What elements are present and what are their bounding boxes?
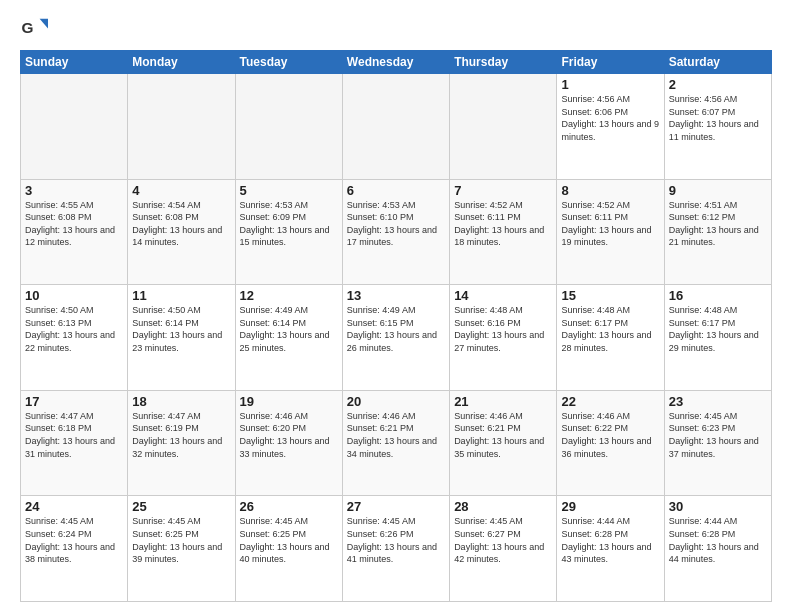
calendar-cell: 8Sunrise: 4:52 AM Sunset: 6:11 PM Daylig…	[557, 179, 664, 285]
day-number: 3	[25, 183, 123, 198]
day-info: Sunrise: 4:45 AM Sunset: 6:23 PM Dayligh…	[669, 410, 767, 460]
day-info: Sunrise: 4:46 AM Sunset: 6:21 PM Dayligh…	[347, 410, 445, 460]
day-number: 10	[25, 288, 123, 303]
day-number: 9	[669, 183, 767, 198]
calendar-cell: 2Sunrise: 4:56 AM Sunset: 6:07 PM Daylig…	[664, 74, 771, 180]
calendar-cell: 28Sunrise: 4:45 AM Sunset: 6:27 PM Dayli…	[450, 496, 557, 602]
day-number: 24	[25, 499, 123, 514]
day-number: 1	[561, 77, 659, 92]
day-info: Sunrise: 4:45 AM Sunset: 6:27 PM Dayligh…	[454, 515, 552, 565]
calendar-week-row: 10Sunrise: 4:50 AM Sunset: 6:13 PM Dayli…	[21, 285, 772, 391]
calendar-cell	[342, 74, 449, 180]
page: G SundayMondayTuesdayWednesdayThursdayFr…	[0, 0, 792, 612]
calendar-cell: 18Sunrise: 4:47 AM Sunset: 6:19 PM Dayli…	[128, 390, 235, 496]
calendar-week-row: 17Sunrise: 4:47 AM Sunset: 6:18 PM Dayli…	[21, 390, 772, 496]
calendar-cell	[235, 74, 342, 180]
calendar-cell: 6Sunrise: 4:53 AM Sunset: 6:10 PM Daylig…	[342, 179, 449, 285]
day-info: Sunrise: 4:54 AM Sunset: 6:08 PM Dayligh…	[132, 199, 230, 249]
calendar-header-row: SundayMondayTuesdayWednesdayThursdayFrid…	[21, 51, 772, 74]
col-header-wednesday: Wednesday	[342, 51, 449, 74]
calendar-cell: 22Sunrise: 4:46 AM Sunset: 6:22 PM Dayli…	[557, 390, 664, 496]
day-number: 2	[669, 77, 767, 92]
calendar-cell: 29Sunrise: 4:44 AM Sunset: 6:28 PM Dayli…	[557, 496, 664, 602]
day-info: Sunrise: 4:53 AM Sunset: 6:09 PM Dayligh…	[240, 199, 338, 249]
day-number: 22	[561, 394, 659, 409]
day-info: Sunrise: 4:45 AM Sunset: 6:24 PM Dayligh…	[25, 515, 123, 565]
day-number: 17	[25, 394, 123, 409]
calendar-week-row: 24Sunrise: 4:45 AM Sunset: 6:24 PM Dayli…	[21, 496, 772, 602]
calendar-cell: 17Sunrise: 4:47 AM Sunset: 6:18 PM Dayli…	[21, 390, 128, 496]
col-header-tuesday: Tuesday	[235, 51, 342, 74]
header: G	[20, 16, 772, 44]
day-number: 8	[561, 183, 659, 198]
day-number: 11	[132, 288, 230, 303]
day-number: 5	[240, 183, 338, 198]
day-info: Sunrise: 4:55 AM Sunset: 6:08 PM Dayligh…	[25, 199, 123, 249]
day-info: Sunrise: 4:45 AM Sunset: 6:25 PM Dayligh…	[240, 515, 338, 565]
day-info: Sunrise: 4:56 AM Sunset: 6:07 PM Dayligh…	[669, 93, 767, 143]
day-info: Sunrise: 4:56 AM Sunset: 6:06 PM Dayligh…	[561, 93, 659, 143]
day-number: 28	[454, 499, 552, 514]
calendar-cell: 30Sunrise: 4:44 AM Sunset: 6:28 PM Dayli…	[664, 496, 771, 602]
day-info: Sunrise: 4:44 AM Sunset: 6:28 PM Dayligh…	[669, 515, 767, 565]
day-number: 26	[240, 499, 338, 514]
day-number: 19	[240, 394, 338, 409]
day-info: Sunrise: 4:48 AM Sunset: 6:16 PM Dayligh…	[454, 304, 552, 354]
day-number: 20	[347, 394, 445, 409]
calendar-week-row: 1Sunrise: 4:56 AM Sunset: 6:06 PM Daylig…	[21, 74, 772, 180]
day-info: Sunrise: 4:45 AM Sunset: 6:26 PM Dayligh…	[347, 515, 445, 565]
day-info: Sunrise: 4:52 AM Sunset: 6:11 PM Dayligh…	[454, 199, 552, 249]
day-info: Sunrise: 4:51 AM Sunset: 6:12 PM Dayligh…	[669, 199, 767, 249]
day-number: 14	[454, 288, 552, 303]
day-info: Sunrise: 4:50 AM Sunset: 6:14 PM Dayligh…	[132, 304, 230, 354]
day-info: Sunrise: 4:48 AM Sunset: 6:17 PM Dayligh…	[669, 304, 767, 354]
col-header-monday: Monday	[128, 51, 235, 74]
day-number: 21	[454, 394, 552, 409]
day-number: 23	[669, 394, 767, 409]
col-header-thursday: Thursday	[450, 51, 557, 74]
calendar-cell: 13Sunrise: 4:49 AM Sunset: 6:15 PM Dayli…	[342, 285, 449, 391]
day-info: Sunrise: 4:53 AM Sunset: 6:10 PM Dayligh…	[347, 199, 445, 249]
logo: G	[20, 16, 52, 44]
col-header-friday: Friday	[557, 51, 664, 74]
calendar-cell: 16Sunrise: 4:48 AM Sunset: 6:17 PM Dayli…	[664, 285, 771, 391]
calendar-cell: 5Sunrise: 4:53 AM Sunset: 6:09 PM Daylig…	[235, 179, 342, 285]
day-info: Sunrise: 4:45 AM Sunset: 6:25 PM Dayligh…	[132, 515, 230, 565]
day-info: Sunrise: 4:47 AM Sunset: 6:18 PM Dayligh…	[25, 410, 123, 460]
calendar-cell: 27Sunrise: 4:45 AM Sunset: 6:26 PM Dayli…	[342, 496, 449, 602]
day-info: Sunrise: 4:47 AM Sunset: 6:19 PM Dayligh…	[132, 410, 230, 460]
day-info: Sunrise: 4:46 AM Sunset: 6:21 PM Dayligh…	[454, 410, 552, 460]
calendar-cell: 12Sunrise: 4:49 AM Sunset: 6:14 PM Dayli…	[235, 285, 342, 391]
day-number: 27	[347, 499, 445, 514]
calendar-week-row: 3Sunrise: 4:55 AM Sunset: 6:08 PM Daylig…	[21, 179, 772, 285]
day-info: Sunrise: 4:49 AM Sunset: 6:14 PM Dayligh…	[240, 304, 338, 354]
day-number: 6	[347, 183, 445, 198]
day-number: 30	[669, 499, 767, 514]
day-number: 29	[561, 499, 659, 514]
col-header-saturday: Saturday	[664, 51, 771, 74]
calendar-cell: 10Sunrise: 4:50 AM Sunset: 6:13 PM Dayli…	[21, 285, 128, 391]
day-number: 25	[132, 499, 230, 514]
calendar-cell: 9Sunrise: 4:51 AM Sunset: 6:12 PM Daylig…	[664, 179, 771, 285]
calendar-cell: 1Sunrise: 4:56 AM Sunset: 6:06 PM Daylig…	[557, 74, 664, 180]
calendar-table: SundayMondayTuesdayWednesdayThursdayFrid…	[20, 50, 772, 602]
calendar-cell	[21, 74, 128, 180]
logo-icon: G	[20, 16, 48, 44]
day-number: 18	[132, 394, 230, 409]
calendar-cell: 11Sunrise: 4:50 AM Sunset: 6:14 PM Dayli…	[128, 285, 235, 391]
calendar-cell	[128, 74, 235, 180]
day-info: Sunrise: 4:44 AM Sunset: 6:28 PM Dayligh…	[561, 515, 659, 565]
calendar-cell: 4Sunrise: 4:54 AM Sunset: 6:08 PM Daylig…	[128, 179, 235, 285]
calendar-cell: 14Sunrise: 4:48 AM Sunset: 6:16 PM Dayli…	[450, 285, 557, 391]
calendar-cell: 19Sunrise: 4:46 AM Sunset: 6:20 PM Dayli…	[235, 390, 342, 496]
calendar-cell: 7Sunrise: 4:52 AM Sunset: 6:11 PM Daylig…	[450, 179, 557, 285]
calendar-cell: 21Sunrise: 4:46 AM Sunset: 6:21 PM Dayli…	[450, 390, 557, 496]
day-number: 4	[132, 183, 230, 198]
calendar-cell: 26Sunrise: 4:45 AM Sunset: 6:25 PM Dayli…	[235, 496, 342, 602]
day-number: 16	[669, 288, 767, 303]
day-info: Sunrise: 4:46 AM Sunset: 6:20 PM Dayligh…	[240, 410, 338, 460]
day-number: 13	[347, 288, 445, 303]
calendar-cell: 24Sunrise: 4:45 AM Sunset: 6:24 PM Dayli…	[21, 496, 128, 602]
calendar-cell: 15Sunrise: 4:48 AM Sunset: 6:17 PM Dayli…	[557, 285, 664, 391]
day-info: Sunrise: 4:48 AM Sunset: 6:17 PM Dayligh…	[561, 304, 659, 354]
